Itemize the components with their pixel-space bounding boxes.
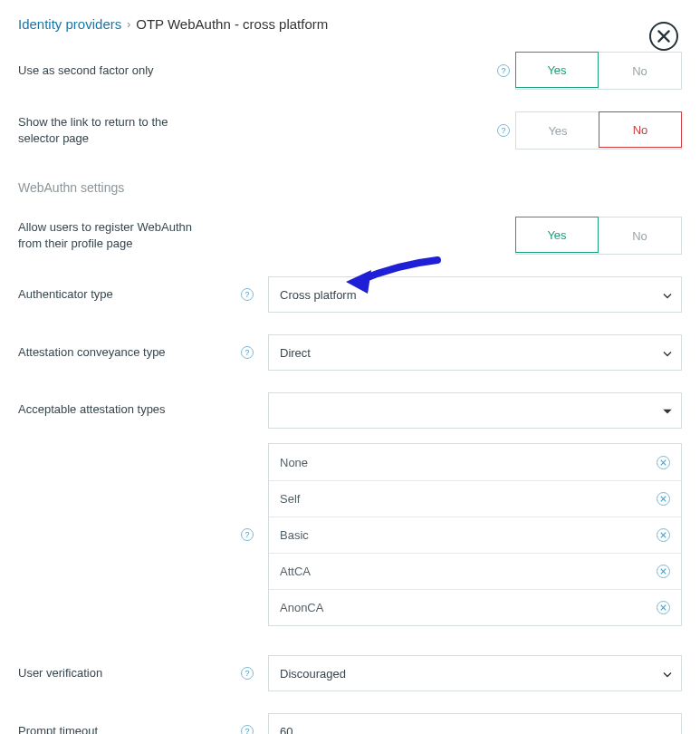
remove-item-button[interactable] (657, 565, 670, 578)
allow-register-label: Allow users to register WebAuthn from th… (18, 219, 208, 252)
close-icon (660, 532, 666, 538)
acceptable-attestation-label: Acceptable attestation types (18, 392, 241, 418)
toggle-allow-register: Yes No (515, 217, 682, 255)
close-button[interactable] (649, 22, 678, 51)
show-link-label: Show the link to return to the selector … (18, 114, 208, 147)
help-icon[interactable]: ? (241, 667, 254, 680)
close-icon (660, 496, 666, 502)
list-item: Self (269, 480, 681, 517)
authenticator-type-select[interactable]: Cross platform (268, 276, 682, 313)
user-verification-select[interactable]: Discouraged (268, 655, 682, 691)
row-show-link: Show the link to return to the selector … (18, 111, 682, 150)
row-user-verification: User verification ? Discouraged (18, 655, 682, 691)
remove-item-button[interactable] (657, 601, 670, 614)
attestation-conveyance-select[interactable]: Direct (268, 334, 682, 371)
chevron-right-icon: › (127, 18, 130, 31)
help-icon[interactable]: ? (241, 725, 254, 734)
remove-item-button[interactable] (657, 492, 670, 506)
attestation-conveyance-label: Attestation conveyance type (18, 344, 241, 361)
list-item: AnonCA (269, 589, 681, 625)
row-attestation-conveyance: Attestation conveyance type ? Direct (18, 334, 682, 371)
prompt-timeout-input[interactable] (268, 713, 682, 734)
prompt-timeout-label: Prompt timeout (18, 723, 241, 734)
toggle-no[interactable]: No (598, 53, 681, 89)
row-second-factor: Use as second factor only ? Yes No (18, 52, 682, 90)
attestation-list: None Self Basic AttCA AnonCA (268, 443, 682, 626)
breadcrumb-link[interactable]: Identity providers (18, 16, 121, 32)
section-webauthn-settings: WebAuthn settings (18, 180, 682, 195)
help-icon[interactable]: ? (497, 64, 510, 77)
toggle-yes[interactable]: Yes (516, 112, 599, 149)
close-icon (660, 568, 666, 575)
chevron-down-icon (663, 288, 672, 302)
toggle-second-factor: Yes No (515, 52, 682, 90)
breadcrumb: Identity providers › OTP WebAuthn - cros… (18, 16, 682, 32)
list-item-label: AnonCA (280, 601, 323, 614)
help-icon[interactable]: ? (241, 528, 254, 541)
toggle-yes[interactable]: Yes (515, 52, 599, 88)
row-attestation-list: ? None Self Basic AttCA AnonCA (18, 443, 682, 626)
close-icon (657, 30, 670, 43)
select-value: Direct (280, 346, 311, 360)
list-item: AttCA (269, 553, 681, 589)
second-factor-label: Use as second factor only (18, 63, 241, 79)
row-prompt-timeout: Prompt timeout ? (18, 713, 682, 734)
list-item: Basic (269, 517, 681, 553)
list-item-label: None (280, 456, 308, 469)
help-icon[interactable]: ? (241, 346, 254, 359)
row-authenticator-type: Authenticator type ? Cross platform (18, 276, 682, 313)
help-icon[interactable]: ? (241, 288, 254, 301)
remove-item-button[interactable] (657, 528, 670, 542)
help-icon[interactable]: ? (497, 124, 510, 137)
list-item-label: Basic (280, 528, 309, 542)
user-verification-label: User verification (18, 665, 241, 681)
close-icon (660, 604, 666, 611)
acceptable-attestation-select[interactable] (268, 392, 682, 429)
toggle-no[interactable]: No (599, 111, 682, 148)
toggle-show-link: Yes No (515, 111, 682, 150)
close-icon (660, 459, 666, 466)
caret-down-icon (663, 404, 672, 418)
chevron-down-icon (663, 346, 672, 360)
chevron-down-icon (663, 667, 672, 681)
toggle-yes[interactable]: Yes (515, 217, 599, 253)
select-value: Discouraged (280, 667, 346, 681)
list-item-label: Self (280, 492, 300, 506)
list-item: None (269, 444, 681, 480)
remove-item-button[interactable] (657, 456, 670, 469)
row-allow-register: Allow users to register WebAuthn from th… (18, 217, 682, 255)
list-item-label: AttCA (280, 565, 311, 578)
row-acceptable-attestation: Acceptable attestation types (18, 392, 682, 429)
toggle-no[interactable]: No (598, 217, 681, 254)
select-value: Cross platform (280, 288, 357, 302)
authenticator-type-label: Authenticator type (18, 286, 241, 303)
breadcrumb-current: OTP WebAuthn - cross platform (136, 16, 328, 32)
